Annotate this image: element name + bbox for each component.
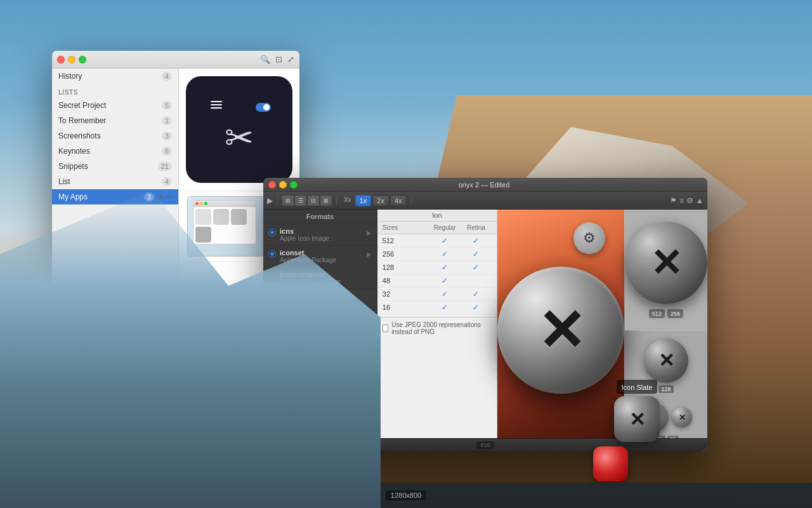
format-png-radio[interactable]: [268, 401, 276, 409]
app-icon-floating[interactable]: ✕: [614, 396, 660, 442]
format-iconset-name: iconset: [280, 249, 367, 257]
gear-button[interactable]: ⚙ ▾: [278, 307, 293, 317]
size-row-512[interactable]: 512 ✓ ✓: [377, 234, 497, 248]
sidebar-item-screenshots[interactable]: Screenshots 3: [52, 128, 178, 144]
formats-header: Formats: [263, 210, 377, 224]
size-row-16[interactable]: 16 ✓ ✓: [377, 301, 497, 314]
format-png-text: .png Portable Network Graphics: [280, 400, 372, 415]
format-ios-radio[interactable]: [268, 337, 276, 344]
format-icns-arrow: ▶: [367, 229, 372, 236]
format-tif[interactable]: .tif Tag Image File Format: [263, 418, 377, 440]
format-android-radio[interactable]: [268, 380, 276, 387]
mini-window-preview: [193, 200, 256, 244]
window-icon[interactable]: ⊡: [275, 55, 282, 64]
arrow-icon[interactable]: ↩: [166, 193, 172, 201]
separator-3: [411, 196, 412, 206]
format-tif-name: .tif: [280, 422, 372, 429]
x-symbol-large: ✕: [537, 297, 585, 364]
sidebar-item-myapps-label: My Apps: [58, 192, 144, 201]
play-button[interactable]: ▶: [267, 196, 273, 205]
view-controls: ⊞ ☰ ⊟ ⊠: [282, 196, 332, 206]
scale-4x-button[interactable]: 4x: [390, 195, 407, 206]
sidebar-item-list-label: List: [58, 177, 162, 186]
view-list-icon[interactable]: ☰: [295, 196, 306, 206]
sort-icon[interactable]: ≡: [679, 196, 684, 205]
sidebar-item-list[interactable]: List 4: [52, 174, 178, 189]
format-apple-watch[interactable]: Apple Watch App Icon for Apple Watch: [263, 354, 377, 375]
jpeg-checkbox[interactable]: [383, 324, 388, 332]
jpeg-option[interactable]: Use JPEG 2000 represenations instead of …: [377, 317, 497, 339]
view-columns-icon[interactable]: ⊟: [308, 196, 319, 206]
sidebar-item-to-remember[interactable]: To Remember 1: [52, 113, 178, 128]
format-iconcontainer[interactable]: iconcontainer Application CandyBar: [263, 267, 377, 289]
search-icon[interactable]: 🔍: [260, 55, 270, 64]
icon-slate-close[interactable]: [268, 181, 276, 189]
format-ico-radio[interactable]: [268, 315, 276, 323]
icon-slate-minimize[interactable]: [279, 181, 287, 189]
format-tif-text: .tif Tag Image File Format: [280, 422, 372, 436]
format-png-name: .png: [280, 400, 372, 408]
floating-icon-slate: Icon Slate ✕: [614, 380, 660, 442]
chevron-up-icon[interactable]: ▲: [696, 196, 704, 205]
size-48-regular: ✓: [429, 276, 461, 285]
maximize-button[interactable]: [79, 56, 86, 64]
format-ios[interactable]: iOS App Icon for iPhone/iPad: [263, 332, 377, 354]
format-watch-desc: App Icon for Apple Watch: [280, 364, 372, 371]
format-icns-radio[interactable]: [268, 229, 276, 236]
format-ico[interactable]: .ico Microsoft Windows: [263, 311, 377, 332]
delete-button[interactable]: 🗑: [72, 305, 89, 319]
traffic-lights: [57, 56, 86, 64]
add-button[interactable]: +: [58, 305, 72, 319]
size-row-32[interactable]: 32 ✓ ✓: [377, 288, 497, 301]
format-iconcontainer-radio[interactable]: [268, 272, 276, 279]
format-icns-text: icns Apple Icon Image: [280, 227, 367, 242]
size-row-48[interactable]: 48 ✓: [377, 274, 497, 288]
format-png[interactable]: .png Portable Network Graphics: [263, 397, 377, 418]
size-128-label: 128: [383, 264, 429, 271]
scale-1x-button[interactable]: 1x: [355, 195, 372, 206]
floating-label-text: Icon Slate: [622, 384, 653, 391]
sidebar-item-snippets[interactable]: Snippets 21: [52, 159, 178, 174]
minimize-button[interactable]: [68, 56, 75, 64]
format-iconset-radio[interactable]: [268, 250, 276, 258]
settings-icon[interactable]: ⚙: [686, 196, 693, 205]
format-watch-radio[interactable]: [268, 358, 276, 366]
sidebar-item-history[interactable]: History 4: [52, 69, 178, 84]
icon-slate-traffic-lights: [268, 181, 298, 189]
sidebar-item-secret-count: 5: [162, 101, 172, 110]
eye-icon[interactable]: 👁: [157, 193, 164, 201]
scale-2x-button[interactable]: 2x: [372, 195, 389, 206]
filter-icon[interactable]: ⚑: [670, 196, 677, 205]
clipboard-item-scissors[interactable]: ✂: [179, 69, 299, 191]
sidebar-item-list-count: 4: [162, 177, 172, 186]
clipboard-titlebar: 🔍 ⊡ ⤢: [52, 51, 299, 69]
view-expand-icon[interactable]: ⊠: [320, 196, 332, 206]
size-row-256[interactable]: 256 ✓ ✓: [377, 248, 497, 261]
close-button[interactable]: [57, 56, 65, 64]
sidebar-item-secret-project[interactable]: Secret Project 5: [52, 98, 178, 113]
size-row-128[interactable]: 128 ✓ ✓: [377, 261, 497, 274]
view-grid-icon[interactable]: ⊞: [282, 196, 294, 206]
format-iconset[interactable]: iconset Apple Icon Package ▶: [263, 246, 377, 267]
sizes-col-label: Sizes: [383, 224, 429, 231]
size-badges-row: 512 256: [649, 309, 683, 318]
format-icns[interactable]: icns Apple Icon Image ▶: [263, 224, 377, 246]
format-folder[interactable]: folder Finder Icon: [263, 289, 377, 311]
dock-red-icon[interactable]: [593, 446, 628, 481]
bottom-size-label: 616: [476, 441, 494, 449]
format-iconset-arrow: ▶: [367, 251, 372, 258]
jpeg-option-label: Use JPEG 2000 represenations instead of …: [391, 321, 492, 335]
mini-content: [193, 207, 256, 244]
size-32-regular: ✓: [429, 290, 461, 298]
clipboard-toolbar: + 🗑 ⚙ ▾: [52, 298, 299, 324]
format-folder-radio[interactable]: [268, 293, 276, 301]
format-android[interactable]: Android Android Launcher Icon: [263, 375, 377, 397]
preview-main: ✕ ⚙: [497, 210, 624, 451]
format-tif-radio[interactable]: [268, 423, 276, 431]
sidebar-item-snippets-count: 21: [158, 162, 172, 171]
icon-slate-maximize[interactable]: [290, 181, 298, 189]
sidebar-item-my-apps[interactable]: My Apps 3 👁 ↩: [52, 189, 178, 204]
sidebar-item-keynotes[interactable]: Keynotes 6: [52, 144, 178, 159]
expand-icon[interactable]: ⤢: [287, 55, 294, 64]
sidebar-section-lists: Lists: [52, 84, 178, 98]
